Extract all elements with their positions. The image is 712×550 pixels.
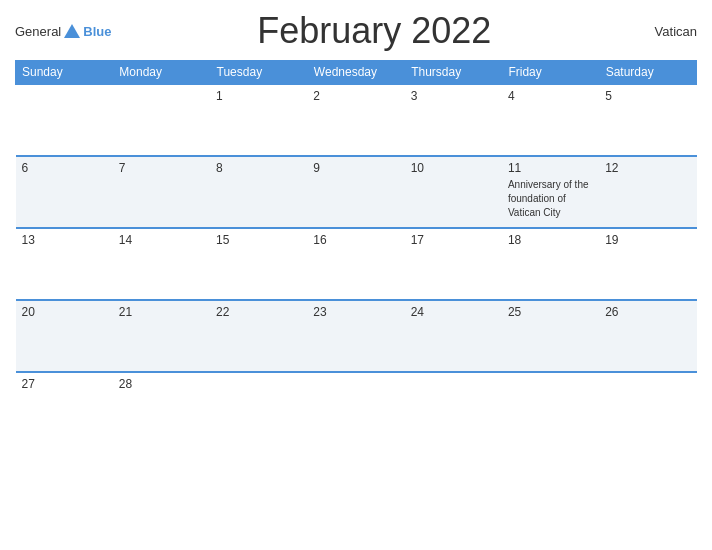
day-number: 21: [119, 305, 204, 319]
calendar-cell: [502, 372, 599, 444]
calendar-cell: 17: [405, 228, 502, 300]
day-number: 6: [22, 161, 107, 175]
calendar-cell: 2: [307, 84, 404, 156]
calendar-week-row: 2728: [16, 372, 697, 444]
calendar-cell: 15: [210, 228, 307, 300]
day-number: 26: [605, 305, 690, 319]
calendar-cell: 13: [16, 228, 113, 300]
calendar-cell: 24: [405, 300, 502, 372]
calendar-week-row: 67891011Anniversary of the foundation of…: [16, 156, 697, 228]
calendar-cell: 26: [599, 300, 696, 372]
day-number: 4: [508, 89, 593, 103]
logo-general-text: General: [15, 24, 61, 39]
calendar-table: SundayMondayTuesdayWednesdayThursdayFrid…: [15, 60, 697, 444]
calendar-cell: 21: [113, 300, 210, 372]
day-number: 16: [313, 233, 398, 247]
day-number: 25: [508, 305, 593, 319]
weekday-header-saturday: Saturday: [599, 61, 696, 85]
calendar-cell: 14: [113, 228, 210, 300]
calendar-cell: 23: [307, 300, 404, 372]
day-number: 9: [313, 161, 398, 175]
weekday-header-tuesday: Tuesday: [210, 61, 307, 85]
calendar-cell: 25: [502, 300, 599, 372]
weekday-header-row: SundayMondayTuesdayWednesdayThursdayFrid…: [16, 61, 697, 85]
calendar-week-row: 20212223242526: [16, 300, 697, 372]
calendar-cell: 20: [16, 300, 113, 372]
header: General Blue February 2022 Vatican: [15, 10, 697, 52]
calendar-cell: 1: [210, 84, 307, 156]
day-number: 7: [119, 161, 204, 175]
day-number: 28: [119, 377, 204, 391]
day-number: 23: [313, 305, 398, 319]
calendar-cell: [307, 372, 404, 444]
calendar-title: February 2022: [111, 10, 637, 52]
day-number: 11: [508, 161, 593, 175]
weekday-header-thursday: Thursday: [405, 61, 502, 85]
calendar-cell: 28: [113, 372, 210, 444]
event-label: Anniversary of the foundation of Vatican…: [508, 179, 589, 218]
calendar-cell: [599, 372, 696, 444]
calendar-cell: 3: [405, 84, 502, 156]
calendar-cell: 8: [210, 156, 307, 228]
logo-blue-text: Blue: [83, 24, 111, 39]
logo-triangle-icon: [64, 24, 80, 38]
calendar-cell: 19: [599, 228, 696, 300]
day-number: 12: [605, 161, 690, 175]
day-number: 15: [216, 233, 301, 247]
weekday-header-wednesday: Wednesday: [307, 61, 404, 85]
weekday-header-monday: Monday: [113, 61, 210, 85]
calendar-cell: [210, 372, 307, 444]
calendar-week-row: 13141516171819: [16, 228, 697, 300]
day-number: 22: [216, 305, 301, 319]
calendar-page: General Blue February 2022 Vatican Sunda…: [0, 0, 712, 550]
day-number: 19: [605, 233, 690, 247]
calendar-cell: 16: [307, 228, 404, 300]
calendar-cell: 5: [599, 84, 696, 156]
calendar-cell: 10: [405, 156, 502, 228]
calendar-cell: 6: [16, 156, 113, 228]
calendar-cell: [405, 372, 502, 444]
day-number: 13: [22, 233, 107, 247]
country-label: Vatican: [637, 24, 697, 39]
day-number: 2: [313, 89, 398, 103]
day-number: 10: [411, 161, 496, 175]
weekday-header-sunday: Sunday: [16, 61, 113, 85]
logo: General Blue: [15, 24, 111, 39]
day-number: 14: [119, 233, 204, 247]
calendar-week-row: 12345: [16, 84, 697, 156]
day-number: 20: [22, 305, 107, 319]
weekday-header-friday: Friday: [502, 61, 599, 85]
day-number: 1: [216, 89, 301, 103]
calendar-cell: 9: [307, 156, 404, 228]
day-number: 24: [411, 305, 496, 319]
calendar-cell: [16, 84, 113, 156]
calendar-cell: 18: [502, 228, 599, 300]
calendar-cell: 11Anniversary of the foundation of Vatic…: [502, 156, 599, 228]
day-number: 27: [22, 377, 107, 391]
calendar-cell: 7: [113, 156, 210, 228]
day-number: 17: [411, 233, 496, 247]
calendar-cell: 4: [502, 84, 599, 156]
day-number: 8: [216, 161, 301, 175]
calendar-cell: [113, 84, 210, 156]
day-number: 3: [411, 89, 496, 103]
calendar-cell: 27: [16, 372, 113, 444]
day-number: 18: [508, 233, 593, 247]
calendar-cell: 12: [599, 156, 696, 228]
calendar-cell: 22: [210, 300, 307, 372]
day-number: 5: [605, 89, 690, 103]
